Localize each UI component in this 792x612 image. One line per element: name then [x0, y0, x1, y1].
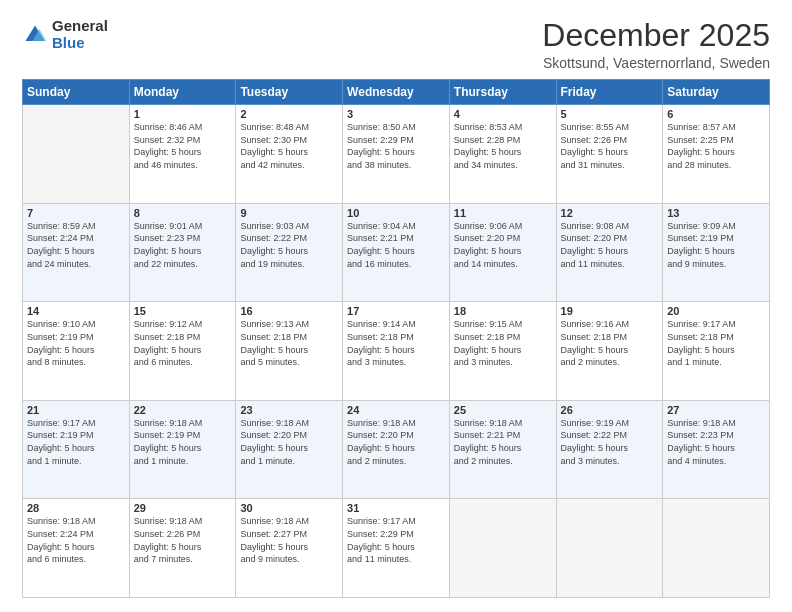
col-friday: Friday: [556, 80, 663, 105]
table-row: 25Sunrise: 9:18 AM Sunset: 2:21 PM Dayli…: [449, 400, 556, 499]
table-row: 12Sunrise: 9:08 AM Sunset: 2:20 PM Dayli…: [556, 203, 663, 302]
table-row: 1Sunrise: 8:46 AM Sunset: 2:32 PM Daylig…: [129, 105, 236, 204]
table-row: 8Sunrise: 9:01 AM Sunset: 2:23 PM Daylig…: [129, 203, 236, 302]
table-row: 19Sunrise: 9:16 AM Sunset: 2:18 PM Dayli…: [556, 302, 663, 401]
day-number: 23: [240, 404, 338, 416]
table-row: 16Sunrise: 9:13 AM Sunset: 2:18 PM Dayli…: [236, 302, 343, 401]
calendar-week-row: 14Sunrise: 9:10 AM Sunset: 2:19 PM Dayli…: [23, 302, 770, 401]
table-row: 30Sunrise: 9:18 AM Sunset: 2:27 PM Dayli…: [236, 499, 343, 598]
day-info: Sunrise: 9:12 AM Sunset: 2:18 PM Dayligh…: [134, 318, 232, 368]
day-number: 27: [667, 404, 765, 416]
table-row: 13Sunrise: 9:09 AM Sunset: 2:19 PM Dayli…: [663, 203, 770, 302]
table-row: 27Sunrise: 9:18 AM Sunset: 2:23 PM Dayli…: [663, 400, 770, 499]
day-info: Sunrise: 8:48 AM Sunset: 2:30 PM Dayligh…: [240, 121, 338, 171]
day-number: 20: [667, 305, 765, 317]
day-info: Sunrise: 9:18 AM Sunset: 2:26 PM Dayligh…: [134, 515, 232, 565]
day-number: 10: [347, 207, 445, 219]
day-number: 5: [561, 108, 659, 120]
day-info: Sunrise: 9:13 AM Sunset: 2:18 PM Dayligh…: [240, 318, 338, 368]
day-number: 16: [240, 305, 338, 317]
day-info: Sunrise: 9:17 AM Sunset: 2:29 PM Dayligh…: [347, 515, 445, 565]
day-info: Sunrise: 9:09 AM Sunset: 2:19 PM Dayligh…: [667, 220, 765, 270]
table-row: 24Sunrise: 9:18 AM Sunset: 2:20 PM Dayli…: [343, 400, 450, 499]
day-info: Sunrise: 9:18 AM Sunset: 2:27 PM Dayligh…: [240, 515, 338, 565]
day-info: Sunrise: 8:57 AM Sunset: 2:25 PM Dayligh…: [667, 121, 765, 171]
day-info: Sunrise: 9:10 AM Sunset: 2:19 PM Dayligh…: [27, 318, 125, 368]
table-row: 7Sunrise: 8:59 AM Sunset: 2:24 PM Daylig…: [23, 203, 130, 302]
day-info: Sunrise: 9:17 AM Sunset: 2:18 PM Dayligh…: [667, 318, 765, 368]
table-row: 17Sunrise: 9:14 AM Sunset: 2:18 PM Dayli…: [343, 302, 450, 401]
calendar-week-row: 21Sunrise: 9:17 AM Sunset: 2:19 PM Dayli…: [23, 400, 770, 499]
table-row: 18Sunrise: 9:15 AM Sunset: 2:18 PM Dayli…: [449, 302, 556, 401]
day-number: 15: [134, 305, 232, 317]
day-info: Sunrise: 9:18 AM Sunset: 2:20 PM Dayligh…: [240, 417, 338, 467]
col-thursday: Thursday: [449, 80, 556, 105]
day-info: Sunrise: 9:14 AM Sunset: 2:18 PM Dayligh…: [347, 318, 445, 368]
day-number: 3: [347, 108, 445, 120]
day-info: Sunrise: 8:59 AM Sunset: 2:24 PM Dayligh…: [27, 220, 125, 270]
table-row: 11Sunrise: 9:06 AM Sunset: 2:20 PM Dayli…: [449, 203, 556, 302]
table-row: 3Sunrise: 8:50 AM Sunset: 2:29 PM Daylig…: [343, 105, 450, 204]
day-info: Sunrise: 9:18 AM Sunset: 2:19 PM Dayligh…: [134, 417, 232, 467]
day-number: 21: [27, 404, 125, 416]
col-tuesday: Tuesday: [236, 80, 343, 105]
table-row: [449, 499, 556, 598]
day-info: Sunrise: 9:01 AM Sunset: 2:23 PM Dayligh…: [134, 220, 232, 270]
day-number: 26: [561, 404, 659, 416]
day-number: 24: [347, 404, 445, 416]
day-number: 7: [27, 207, 125, 219]
day-info: Sunrise: 9:19 AM Sunset: 2:22 PM Dayligh…: [561, 417, 659, 467]
day-number: 9: [240, 207, 338, 219]
day-info: Sunrise: 8:53 AM Sunset: 2:28 PM Dayligh…: [454, 121, 552, 171]
table-row: 5Sunrise: 8:55 AM Sunset: 2:26 PM Daylig…: [556, 105, 663, 204]
day-info: Sunrise: 9:15 AM Sunset: 2:18 PM Dayligh…: [454, 318, 552, 368]
table-row: 4Sunrise: 8:53 AM Sunset: 2:28 PM Daylig…: [449, 105, 556, 204]
table-row: 23Sunrise: 9:18 AM Sunset: 2:20 PM Dayli…: [236, 400, 343, 499]
day-number: 12: [561, 207, 659, 219]
day-number: 11: [454, 207, 552, 219]
table-row: 2Sunrise: 8:48 AM Sunset: 2:30 PM Daylig…: [236, 105, 343, 204]
table-row: 6Sunrise: 8:57 AM Sunset: 2:25 PM Daylig…: [663, 105, 770, 204]
table-row: 26Sunrise: 9:19 AM Sunset: 2:22 PM Dayli…: [556, 400, 663, 499]
title-block: December 2025 Skottsund, Vaesternorrland…: [542, 18, 770, 71]
day-info: Sunrise: 8:50 AM Sunset: 2:29 PM Dayligh…: [347, 121, 445, 171]
day-number: 1: [134, 108, 232, 120]
day-info: Sunrise: 9:18 AM Sunset: 2:20 PM Dayligh…: [347, 417, 445, 467]
col-saturday: Saturday: [663, 80, 770, 105]
col-monday: Monday: [129, 80, 236, 105]
day-info: Sunrise: 8:55 AM Sunset: 2:26 PM Dayligh…: [561, 121, 659, 171]
table-row: [556, 499, 663, 598]
table-row: 31Sunrise: 9:17 AM Sunset: 2:29 PM Dayli…: [343, 499, 450, 598]
table-row: 29Sunrise: 9:18 AM Sunset: 2:26 PM Dayli…: [129, 499, 236, 598]
day-info: Sunrise: 8:46 AM Sunset: 2:32 PM Dayligh…: [134, 121, 232, 171]
calendar-table: Sunday Monday Tuesday Wednesday Thursday…: [22, 79, 770, 598]
table-row: 22Sunrise: 9:18 AM Sunset: 2:19 PM Dayli…: [129, 400, 236, 499]
day-info: Sunrise: 9:18 AM Sunset: 2:21 PM Dayligh…: [454, 417, 552, 467]
day-number: 19: [561, 305, 659, 317]
table-row: 9Sunrise: 9:03 AM Sunset: 2:22 PM Daylig…: [236, 203, 343, 302]
day-number: 13: [667, 207, 765, 219]
col-sunday: Sunday: [23, 80, 130, 105]
day-info: Sunrise: 9:04 AM Sunset: 2:21 PM Dayligh…: [347, 220, 445, 270]
calendar-week-row: 1Sunrise: 8:46 AM Sunset: 2:32 PM Daylig…: [23, 105, 770, 204]
day-number: 2: [240, 108, 338, 120]
calendar-week-row: 7Sunrise: 8:59 AM Sunset: 2:24 PM Daylig…: [23, 203, 770, 302]
day-number: 31: [347, 502, 445, 514]
day-number: 4: [454, 108, 552, 120]
logo-icon: [22, 22, 48, 48]
table-row: 20Sunrise: 9:17 AM Sunset: 2:18 PM Dayli…: [663, 302, 770, 401]
day-number: 6: [667, 108, 765, 120]
logo-blue: Blue: [52, 35, 108, 52]
calendar-week-row: 28Sunrise: 9:18 AM Sunset: 2:24 PM Dayli…: [23, 499, 770, 598]
page: General Blue December 2025 Skottsund, Va…: [0, 0, 792, 612]
col-wednesday: Wednesday: [343, 80, 450, 105]
day-number: 17: [347, 305, 445, 317]
day-number: 18: [454, 305, 552, 317]
logo-text: General Blue: [52, 18, 108, 51]
table-row: [663, 499, 770, 598]
table-row: 14Sunrise: 9:10 AM Sunset: 2:19 PM Dayli…: [23, 302, 130, 401]
day-number: 8: [134, 207, 232, 219]
table-row: 15Sunrise: 9:12 AM Sunset: 2:18 PM Dayli…: [129, 302, 236, 401]
day-info: Sunrise: 9:18 AM Sunset: 2:24 PM Dayligh…: [27, 515, 125, 565]
day-number: 25: [454, 404, 552, 416]
